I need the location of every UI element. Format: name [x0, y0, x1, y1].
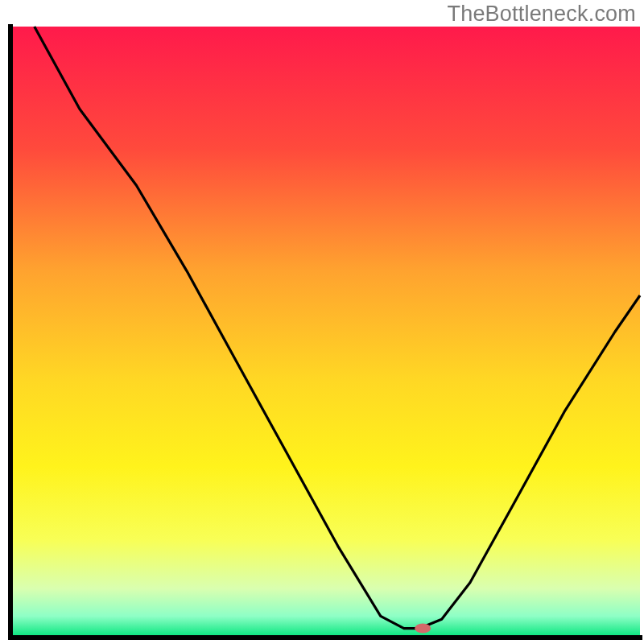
chart-stage: TheBottleneck.com: [0, 0, 644, 644]
bottleneck-chart: [0, 0, 644, 644]
chart-background: [10, 27, 640, 638]
optimal-marker: [415, 624, 431, 634]
